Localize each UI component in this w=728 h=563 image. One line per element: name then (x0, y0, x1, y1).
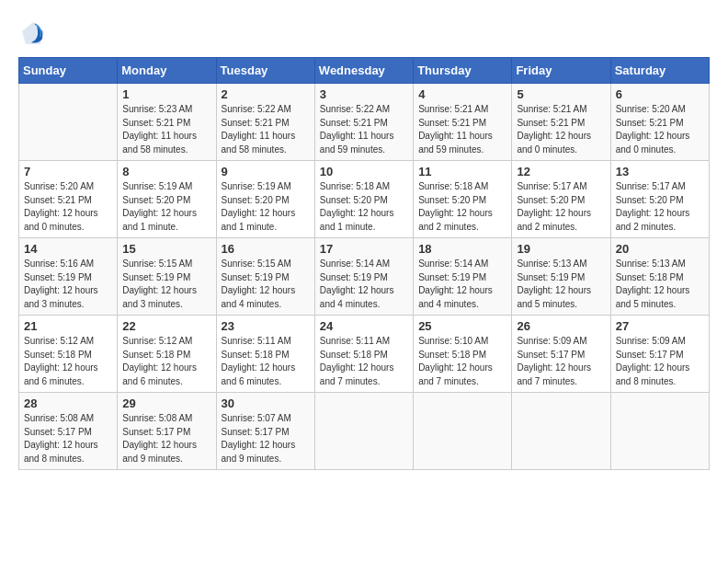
day-number: 26 (517, 319, 605, 333)
day-number: 2 (222, 87, 310, 101)
day-number: 13 (616, 165, 704, 178)
week-row-2: 7Sunrise: 5:20 AMSunset: 5:21 PMDaylight… (19, 161, 710, 238)
week-row-3: 14Sunrise: 5:16 AMSunset: 5:19 PMDayligh… (19, 238, 710, 316)
calendar-cell: 27Sunrise: 5:09 AMSunset: 5:17 PMDayligh… (610, 316, 709, 393)
day-number: 30 (222, 396, 310, 410)
day-info: Sunrise: 5:14 AMSunset: 5:19 PMDaylight:… (320, 258, 408, 311)
day-info: Sunrise: 5:22 AMSunset: 5:21 PMDaylight:… (222, 103, 310, 156)
day-number: 28 (24, 396, 112, 410)
header-thursday: Thursday (414, 58, 512, 84)
day-info: Sunrise: 5:19 AMSunset: 5:20 PMDaylight:… (222, 180, 310, 234)
day-info: Sunrise: 5:13 AMSunset: 5:18 PMDaylight:… (616, 258, 704, 311)
calendar-cell: 16Sunrise: 5:15 AMSunset: 5:19 PMDayligh… (216, 238, 314, 316)
day-info: Sunrise: 5:11 AMSunset: 5:18 PMDaylight:… (222, 335, 310, 388)
day-info: Sunrise: 5:19 AMSunset: 5:20 PMDaylight:… (122, 180, 210, 234)
calendar-cell (512, 393, 610, 470)
day-info: Sunrise: 5:12 AMSunset: 5:18 PMDaylight:… (122, 335, 210, 388)
day-number: 4 (418, 87, 506, 101)
calendar-cell: 10Sunrise: 5:18 AMSunset: 5:20 PMDayligh… (314, 161, 413, 238)
week-row-5: 28Sunrise: 5:08 AMSunset: 5:17 PMDayligh… (19, 393, 710, 470)
calendar-cell: 6Sunrise: 5:20 AMSunset: 5:21 PMDaylight… (610, 84, 709, 161)
day-number: 16 (222, 242, 310, 256)
calendar-cell: 26Sunrise: 5:09 AMSunset: 5:17 PMDayligh… (512, 316, 610, 393)
page-header (18, 18, 710, 48)
day-info: Sunrise: 5:11 AMSunset: 5:18 PMDaylight:… (320, 335, 408, 388)
day-number: 6 (616, 87, 704, 101)
calendar-cell: 21Sunrise: 5:12 AMSunset: 5:18 PMDayligh… (19, 316, 118, 393)
day-info: Sunrise: 5:15 AMSunset: 5:19 PMDaylight:… (222, 258, 310, 311)
day-info: Sunrise: 5:13 AMSunset: 5:19 PMDaylight:… (517, 258, 605, 311)
calendar-cell: 18Sunrise: 5:14 AMSunset: 5:19 PMDayligh… (414, 238, 512, 316)
day-number: 29 (122, 396, 210, 410)
day-number: 21 (24, 319, 112, 333)
calendar-cell: 4Sunrise: 5:21 AMSunset: 5:21 PMDaylight… (414, 84, 512, 161)
header-wednesday: Wednesday (314, 58, 413, 84)
header-row: SundayMondayTuesdayWednesdayThursdayFrid… (19, 58, 710, 84)
header-monday: Monday (118, 58, 216, 84)
day-info: Sunrise: 5:09 AMSunset: 5:17 PMDaylight:… (517, 335, 605, 388)
calendar-cell: 20Sunrise: 5:13 AMSunset: 5:18 PMDayligh… (610, 238, 709, 316)
calendar-cell: 1Sunrise: 5:23 AMSunset: 5:21 PMDaylight… (118, 84, 216, 161)
day-number: 11 (418, 165, 506, 178)
day-number: 7 (24, 165, 112, 178)
header-sunday: Sunday (19, 58, 118, 84)
calendar-cell: 11Sunrise: 5:18 AMSunset: 5:20 PMDayligh… (414, 161, 512, 238)
calendar-cell: 12Sunrise: 5:17 AMSunset: 5:20 PMDayligh… (512, 161, 610, 238)
day-info: Sunrise: 5:20 AMSunset: 5:21 PMDaylight:… (616, 103, 704, 156)
header-saturday: Saturday (610, 58, 709, 84)
header-friday: Friday (512, 58, 610, 84)
day-info: Sunrise: 5:18 AMSunset: 5:20 PMDaylight:… (320, 180, 408, 234)
day-number: 14 (24, 242, 112, 256)
calendar-cell (610, 393, 709, 470)
calendar-cell: 28Sunrise: 5:08 AMSunset: 5:17 PMDayligh… (19, 393, 118, 470)
calendar-cell: 3Sunrise: 5:22 AMSunset: 5:21 PMDaylight… (314, 84, 413, 161)
day-info: Sunrise: 5:18 AMSunset: 5:20 PMDaylight:… (418, 180, 506, 234)
day-number: 15 (122, 242, 210, 256)
calendar-cell (314, 393, 413, 470)
calendar-body: 1Sunrise: 5:23 AMSunset: 5:21 PMDaylight… (19, 84, 710, 470)
calendar-cell: 7Sunrise: 5:20 AMSunset: 5:21 PMDaylight… (19, 161, 118, 238)
day-number: 22 (122, 319, 210, 333)
day-info: Sunrise: 5:09 AMSunset: 5:17 PMDaylight:… (616, 335, 704, 388)
calendar-cell: 14Sunrise: 5:16 AMSunset: 5:19 PMDayligh… (19, 238, 118, 316)
day-info: Sunrise: 5:21 AMSunset: 5:21 PMDaylight:… (418, 103, 506, 156)
calendar-cell (19, 84, 118, 161)
day-number: 23 (222, 319, 310, 333)
day-info: Sunrise: 5:12 AMSunset: 5:18 PMDaylight:… (24, 335, 112, 388)
calendar-cell: 15Sunrise: 5:15 AMSunset: 5:19 PMDayligh… (118, 238, 216, 316)
day-number: 8 (122, 165, 210, 178)
week-row-1: 1Sunrise: 5:23 AMSunset: 5:21 PMDaylight… (19, 84, 710, 161)
calendar-cell: 29Sunrise: 5:08 AMSunset: 5:17 PMDayligh… (118, 393, 216, 470)
calendar-cell: 19Sunrise: 5:13 AMSunset: 5:19 PMDayligh… (512, 238, 610, 316)
calendar-cell: 23Sunrise: 5:11 AMSunset: 5:18 PMDayligh… (216, 316, 314, 393)
logo-icon (18, 18, 48, 48)
day-number: 1 (122, 87, 210, 101)
calendar-cell: 22Sunrise: 5:12 AMSunset: 5:18 PMDayligh… (118, 316, 216, 393)
day-number: 10 (320, 165, 408, 178)
day-info: Sunrise: 5:15 AMSunset: 5:19 PMDaylight:… (122, 258, 210, 311)
day-info: Sunrise: 5:16 AMSunset: 5:19 PMDaylight:… (24, 258, 112, 311)
day-number: 27 (616, 319, 704, 333)
day-info: Sunrise: 5:10 AMSunset: 5:18 PMDaylight:… (418, 335, 506, 388)
calendar-cell: 30Sunrise: 5:07 AMSunset: 5:17 PMDayligh… (216, 393, 314, 470)
day-number: 24 (320, 319, 408, 333)
day-info: Sunrise: 5:23 AMSunset: 5:21 PMDaylight:… (122, 103, 210, 156)
calendar-cell: 5Sunrise: 5:21 AMSunset: 5:21 PMDaylight… (512, 84, 610, 161)
day-info: Sunrise: 5:07 AMSunset: 5:17 PMDaylight:… (222, 412, 310, 465)
day-number: 25 (418, 319, 506, 333)
week-row-4: 21Sunrise: 5:12 AMSunset: 5:18 PMDayligh… (19, 316, 710, 393)
day-info: Sunrise: 5:14 AMSunset: 5:19 PMDaylight:… (418, 258, 506, 311)
calendar-cell: 9Sunrise: 5:19 AMSunset: 5:20 PMDaylight… (216, 161, 314, 238)
day-number: 9 (222, 165, 310, 178)
calendar-table: SundayMondayTuesdayWednesdayThursdayFrid… (18, 57, 710, 470)
day-info: Sunrise: 5:20 AMSunset: 5:21 PMDaylight:… (24, 180, 112, 234)
calendar-cell: 17Sunrise: 5:14 AMSunset: 5:19 PMDayligh… (314, 238, 413, 316)
calendar-cell: 25Sunrise: 5:10 AMSunset: 5:18 PMDayligh… (414, 316, 512, 393)
calendar-cell: 8Sunrise: 5:19 AMSunset: 5:20 PMDaylight… (118, 161, 216, 238)
day-info: Sunrise: 5:08 AMSunset: 5:17 PMDaylight:… (24, 412, 112, 465)
day-number: 3 (320, 87, 408, 101)
day-info: Sunrise: 5:08 AMSunset: 5:17 PMDaylight:… (122, 412, 210, 465)
calendar-header: SundayMondayTuesdayWednesdayThursdayFrid… (19, 58, 710, 84)
day-number: 20 (616, 242, 704, 256)
day-number: 12 (517, 165, 605, 178)
